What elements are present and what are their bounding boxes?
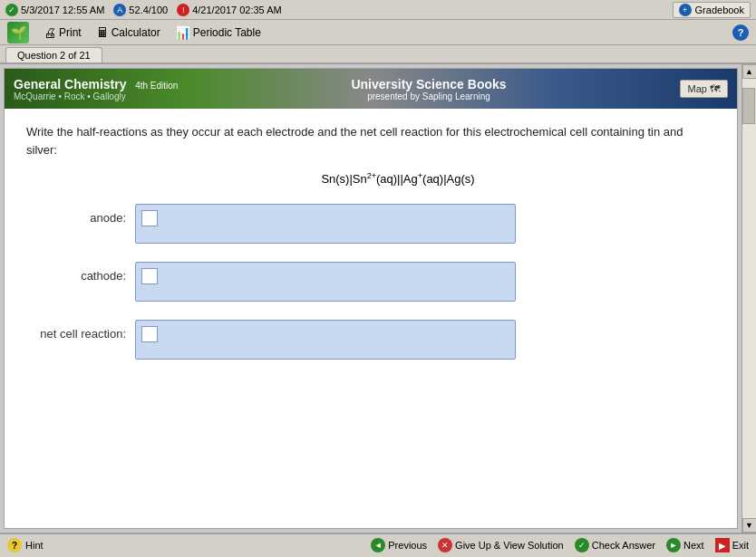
scrollbar-thumb[interactable] [742, 88, 755, 124]
help-button[interactable]: ? [732, 24, 749, 41]
print-label: Print [59, 26, 82, 39]
content-area: General Chemistry 4th Edition McQuarrie … [4, 68, 738, 529]
question-text: Write the half-reactions as they occur a… [26, 123, 715, 158]
anode-label: anode: [26, 204, 126, 225]
bottom-buttons: ◄ Previous ✕ Give Up & View Solution ✓ C… [371, 538, 749, 552]
scrollbar[interactable]: ▲ ▼ [741, 64, 756, 533]
cathode-label: cathode: [26, 262, 126, 283]
exit-label: Exit [732, 540, 749, 551]
tab-bar: Question 2 of 21 [0, 45, 756, 64]
previous-icon: ◄ [371, 538, 385, 552]
give-up-label: Give Up & View Solution [455, 540, 564, 551]
scroll-down-button[interactable]: ▼ [742, 518, 757, 533]
print-button[interactable]: 🖨 Print [44, 25, 82, 40]
next-button[interactable]: ► Next [666, 538, 704, 552]
cathode-input-cursor [141, 268, 158, 284]
exit-button[interactable]: ▶ Exit [715, 538, 749, 552]
question-content: Write the half-reactions as they occur a… [5, 109, 737, 392]
toolbar: 🌱 🖨 Print 🖩 Calculator 📊 Periodic Table … [0, 20, 756, 45]
anode-row: anode: [26, 204, 715, 244]
check-icon: ✓ [575, 538, 589, 552]
scrollbar-track[interactable] [742, 79, 756, 518]
chemical-equation: Sn(s)|Sn2+(aq)||Ag+(aq)|Ag(s) [26, 171, 715, 186]
date1-status: ✓ 5/3/2017 12:55 AM [5, 4, 104, 16]
date2-status: ! 4/21/2017 02:35 AM [177, 4, 281, 16]
give-up-icon: ✕ [438, 538, 452, 552]
hint-label[interactable]: Hint [25, 540, 44, 551]
map-icon: 🗺 [710, 83, 720, 94]
gradebook-button[interactable]: + Gradebook [673, 2, 751, 18]
net-reaction-label: net cell reaction: [26, 320, 126, 341]
net-reaction-input-cursor [141, 326, 158, 342]
check-answer-button[interactable]: ✓ Check Answer [575, 538, 655, 552]
net-reaction-input[interactable] [135, 320, 516, 360]
check-label: Check Answer [592, 540, 655, 551]
calculator-icon: 🖩 [96, 25, 109, 40]
publisher-sub: presented by Sapling Learning [351, 91, 506, 101]
periodic-table-label: Periodic Table [193, 26, 261, 39]
question-tab[interactable]: Question 2 of 21 [5, 47, 102, 62]
calculator-button[interactable]: 🖩 Calculator [96, 25, 160, 40]
book-title: General Chemistry [14, 77, 127, 91]
periodic-table-icon: 📊 [175, 25, 190, 40]
date1-text: 5/3/2017 12:55 AM [21, 5, 104, 15]
exit-icon: ▶ [715, 538, 730, 552]
gradebook-icon: + [679, 4, 692, 16]
score-status: A 52.4/100 [113, 4, 168, 16]
publisher-section: University Science Books presented by Sa… [351, 77, 506, 101]
deadline-icon: ! [177, 4, 189, 16]
next-icon: ► [666, 538, 681, 552]
previous-button[interactable]: ◄ Previous [371, 538, 427, 552]
calculator-label: Calculator [111, 26, 160, 39]
cathode-row: cathode: [26, 262, 715, 302]
question-tab-label: Question 2 of 21 [17, 50, 91, 61]
anode-input-cursor [141, 210, 158, 226]
gradebook-label: Gradebook [695, 5, 744, 15]
hint-icon: ? [7, 538, 22, 552]
next-label: Next [683, 540, 704, 551]
app-logo: 🌱 [7, 22, 29, 43]
bottom-bar: ? Hint ◄ Previous ✕ Give Up & View Solut… [0, 533, 756, 556]
give-up-button[interactable]: ✕ Give Up & View Solution [438, 538, 564, 552]
book-edition: 4th Edition [135, 81, 178, 91]
cathode-input[interactable] [135, 262, 516, 302]
anode-input[interactable] [135, 204, 516, 244]
score-text: 52.4/100 [129, 5, 168, 15]
net-reaction-row: net cell reaction: [26, 320, 715, 360]
equation-text: Sn(s)|Sn2+(aq)||Ag+(aq)|Ag(s) [321, 172, 474, 186]
top-status-bar: ✓ 5/3/2017 12:55 AM A 52.4/100 ! 4/21/20… [0, 0, 756, 20]
main-container: General Chemistry 4th Edition McQuarrie … [0, 64, 756, 533]
hint-section: ? Hint [7, 538, 44, 552]
book-authors: McQuarrie • Rock • Gallogly [14, 91, 178, 101]
print-icon: 🖨 [44, 25, 56, 40]
periodic-table-button[interactable]: 📊 Periodic Table [175, 25, 261, 40]
map-button[interactable]: Map 🗺 [680, 80, 728, 98]
book-title-section: General Chemistry 4th Edition McQuarrie … [14, 77, 178, 101]
book-header: General Chemistry 4th Edition McQuarrie … [5, 69, 737, 109]
status-icon-green: ✓ [5, 4, 18, 16]
score-icon: A [113, 4, 126, 16]
map-label: Map [688, 83, 707, 94]
scroll-up-button[interactable]: ▲ [742, 64, 757, 79]
previous-label: Previous [388, 540, 427, 551]
publisher-name: University Science Books [351, 77, 506, 91]
date2-text: 4/21/2017 02:35 AM [192, 5, 281, 15]
